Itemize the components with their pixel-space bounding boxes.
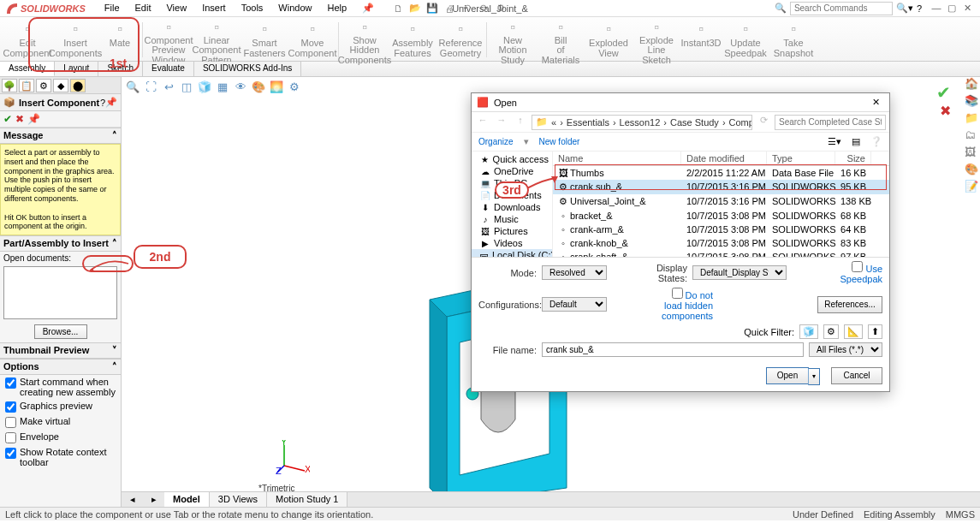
dialog-close-button[interactable]: ✕ <box>867 97 884 108</box>
nav-back-icon[interactable]: ← <box>475 115 490 130</box>
noload-checkbox[interactable] <box>672 288 683 299</box>
breadcrumb[interactable]: 📁 «› Essentials› Lesson12› Case Study› C… <box>532 115 752 130</box>
options-header[interactable]: Options˄ <box>0 359 121 375</box>
tab-evaluate[interactable]: Evaluate <box>143 62 194 76</box>
ribbon-reference-geometry[interactable]: ▫ReferenceGeometry <box>437 19 484 61</box>
menu-edit[interactable]: Edit <box>128 1 158 15</box>
design-lib-icon[interactable]: 📁 <box>965 111 978 125</box>
scene-icon[interactable]: 🌅 <box>269 79 284 94</box>
help-icon[interactable]: ? <box>917 3 922 14</box>
file-row[interactable]: ◦crank-arm_&10/7/2015 3:08 PMSOLIDWORKS … <box>553 223 889 236</box>
home-icon[interactable]: 🏠 <box>965 77 978 91</box>
file-row[interactable]: ◦crank-shaft_&10/7/2015 3:08 PMSOLIDWORK… <box>553 250 889 257</box>
organize-menu[interactable]: Organize <box>478 137 514 146</box>
thumbnail-header[interactable]: Thumbnail Preview˅ <box>0 342 121 359</box>
ribbon-component-preview-window[interactable]: ▫ComponentPreviewWindow <box>145 19 193 61</box>
ribbon-insert-components[interactable]: ▫InsertComponents <box>51 19 99 61</box>
panel-tab-property[interactable]: 📋 <box>19 79 34 92</box>
tab-addins[interactable]: SOLIDWORKS Add-Ins <box>194 62 301 76</box>
dialog-cancel-button[interactable]: Cancel <box>831 367 882 384</box>
new-folder-button[interactable]: New folder <box>539 137 580 146</box>
opt-envelope[interactable] <box>5 432 16 443</box>
confirm-cancel-icon[interactable]: ✖ <box>940 103 951 119</box>
tree-downloads[interactable]: ⬇Downloads <box>472 201 552 213</box>
maximize-button[interactable]: ▢ <box>946 3 958 14</box>
display-states-select[interactable]: Default_Display State <box>692 265 787 280</box>
status-units[interactable]: MMGS <box>946 509 975 520</box>
ribbon-instant3d[interactable]: ▫Instant3D <box>680 19 722 61</box>
dialog-search-input[interactable] <box>775 115 886 130</box>
tab-3dviews[interactable]: 3D Views <box>210 492 267 507</box>
ribbon-move-component[interactable]: ▫MoveComponent <box>288 19 336 61</box>
ribbon-assembly-features[interactable]: ▫AssemblyFeatures <box>389 19 437 61</box>
filter-drw-icon[interactable]: 📐 <box>844 324 863 339</box>
open-icon[interactable]: 📂 <box>408 2 422 15</box>
ribbon-linear-component-pattern[interactable]: ▫LinearComponentPattern <box>193 19 241 61</box>
menu-insert[interactable]: Insert <box>195 1 233 15</box>
tab-layout[interactable]: Layout <box>55 62 98 76</box>
search-commands-input[interactable] <box>790 2 893 15</box>
view-settings-icon[interactable]: ⚙ <box>287 79 302 94</box>
config-select[interactable]: Default <box>542 297 607 312</box>
tree-videos[interactable]: ▶Videos <box>472 237 552 249</box>
ribbon-mate[interactable]: ▫Mate <box>99 19 140 61</box>
ribbon-new-motion-study[interactable]: ▫NewMotionStudy <box>489 19 537 61</box>
message-header[interactable]: Message˄ <box>0 128 121 144</box>
part-assembly-header[interactable]: Part/Assembly to Insert˄ <box>0 235 121 252</box>
ribbon-explode-line-sketch[interactable]: ▫ExplodeLineSketch <box>633 19 680 61</box>
open-button[interactable]: Open <box>766 367 809 384</box>
tab-assembly[interactable]: Assembly <box>0 62 55 76</box>
zoom-fit-icon[interactable]: 🔍 <box>125 79 140 94</box>
search-dropdown-icon[interactable]: 🔍▾ <box>896 3 913 14</box>
preview-pane-icon[interactable]: ▤ <box>852 136 860 147</box>
section-view-icon[interactable]: ◫ <box>179 79 194 94</box>
opt-start-command[interactable] <box>5 377 16 389</box>
appearances-icon[interactable]: 🎨 <box>965 163 978 176</box>
pushpin-button[interactable]: 📌 <box>27 113 40 125</box>
ribbon-smart-fasteners[interactable]: ▫SmartFasteners <box>241 19 288 61</box>
tab-sketch[interactable]: Sketch <box>98 62 143 76</box>
mode-select[interactable]: Resolved <box>542 265 607 280</box>
hide-show-icon[interactable]: 👁 <box>233 79 248 94</box>
new-icon[interactable]: 🗋 <box>391 2 405 15</box>
display-style-icon[interactable]: ▦ <box>215 79 230 94</box>
ribbon-exploded-view[interactable]: ▫ExplodedView <box>585 19 633 61</box>
tree-onedrive[interactable]: ☁OneDrive <box>472 165 552 177</box>
close-button[interactable]: ✕ <box>961 3 973 14</box>
zoom-area-icon[interactable]: ⛶ <box>143 79 158 94</box>
ribbon-update-speedpak[interactable]: ▫UpdateSpeedpak <box>722 19 769 61</box>
file-row[interactable]: 🖼Thumbs2/2/2015 11:22 AMData Base File16… <box>553 166 889 180</box>
filter-top-icon[interactable]: ⬆ <box>868 324 882 339</box>
opt-make-virtual[interactable] <box>5 417 16 428</box>
tree-music[interactable]: ♪Music <box>472 213 552 225</box>
resources-icon[interactable]: 📚 <box>965 94 978 108</box>
cancel-button[interactable]: ✖ <box>15 113 24 125</box>
appearance-icon[interactable]: 🎨 <box>251 79 266 94</box>
ribbon-edit-component[interactable]: ▫EditComponent <box>3 19 51 61</box>
file-explorer-icon[interactable]: 🗂 <box>965 128 978 142</box>
file-list-header[interactable]: Name Date modified Type Size <box>553 152 889 166</box>
tab-model[interactable]: Model <box>164 492 210 507</box>
filter-part-icon[interactable]: 🧊 <box>799 324 818 339</box>
use-speedpak-checkbox[interactable] <box>852 261 863 272</box>
tab-scroll-left-icon[interactable]: ◂ <box>130 494 135 505</box>
confirm-ok-icon[interactable]: ✔ <box>936 82 951 103</box>
open-documents-list[interactable] <box>3 266 117 319</box>
minimize-button[interactable]: — <box>930 3 942 14</box>
panel-tab-display[interactable]: ⬤ <box>70 79 86 92</box>
tree-local-disk-c-[interactable]: 🖴Local Disk (C:) <box>472 249 552 257</box>
opt-rotate-toolbar[interactable] <box>5 448 16 459</box>
view-mode-icon[interactable]: ☰▾ <box>828 136 841 147</box>
references-button[interactable]: References... <box>817 296 882 313</box>
tree-pictures[interactable]: 🖼Pictures <box>472 225 552 237</box>
tab-scroll-right-icon[interactable]: ▸ <box>151 494 157 505</box>
tree-this-pc[interactable]: 💻This PC <box>472 177 552 189</box>
pin-icon[interactable]: 📌 <box>105 97 117 108</box>
browse-button[interactable]: Browse... <box>34 324 87 339</box>
panel-tab-dim[interactable]: ◆ <box>53 79 68 92</box>
opt-graphics-preview[interactable] <box>5 401 16 413</box>
menu-help[interactable]: Help <box>320 1 353 15</box>
prev-view-icon[interactable]: ↩ <box>161 79 176 94</box>
file-row[interactable]: ◦bracket_&10/7/2015 3:08 PMSOLIDWORKS Pa… <box>553 209 889 223</box>
ribbon-take-snapshot[interactable]: ▫TakeSnapshot <box>769 19 817 61</box>
